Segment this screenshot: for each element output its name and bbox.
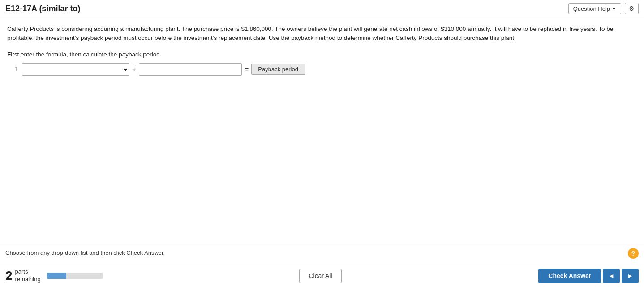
parts-label-line1: parts (15, 268, 28, 275)
prev-button[interactable]: ◄ (603, 269, 620, 283)
clear-all-button[interactable]: Clear All (299, 269, 341, 283)
parts-number: 2 (5, 270, 13, 282)
header: E12-17A (similar to) Question Help ▼ ⚙ (0, 0, 644, 17)
equals-symbol: = (245, 65, 249, 73)
divider-symbol: ÷ (132, 65, 136, 73)
progress-bar-container (47, 273, 103, 279)
step-number: 1 (14, 66, 17, 73)
parts-remaining-section: 2 parts remaining (5, 268, 103, 283)
question-help-label: Question Help (573, 5, 610, 12)
help-icon: ? (631, 250, 635, 257)
formula-row: 1 ÷ = Payback period (14, 63, 637, 76)
payback-period-label: Payback period (251, 64, 305, 75)
parts-label: parts remaining (15, 268, 41, 283)
check-answer-button[interactable]: Check Answer (538, 269, 601, 283)
next-button[interactable]: ► (622, 269, 639, 283)
gear-icon: ⚙ (629, 5, 635, 12)
page-title: E12-17A (similar to) (5, 4, 80, 13)
formula-input[interactable] (139, 63, 242, 76)
gear-button[interactable]: ⚙ (625, 3, 639, 14)
formula-select[interactable] (22, 63, 129, 76)
header-actions: Question Help ▼ ⚙ (568, 3, 639, 14)
parts-label-line2: remaining (15, 276, 41, 283)
help-circle-button[interactable]: ? (628, 248, 639, 259)
footer: 2 parts remaining Clear All Check Answer… (0, 264, 644, 287)
main-content: Cafferty Products is considering acquiri… (0, 17, 644, 245)
footer-right: Check Answer ◄ ► (538, 269, 639, 283)
question-help-button[interactable]: Question Help ▼ (568, 3, 621, 14)
progress-bar-fill (47, 273, 66, 279)
dropdown-arrow-icon: ▼ (612, 6, 616, 11)
footer-center: Clear All (299, 269, 341, 283)
bottom-bar: Choose from any drop-down list and then … (0, 245, 644, 264)
instruction-text: First enter the formula, then calculate … (7, 51, 637, 58)
bottom-instruction: Choose from any drop-down list and then … (5, 249, 165, 256)
problem-text: Cafferty Products is considering acquiri… (7, 25, 637, 43)
